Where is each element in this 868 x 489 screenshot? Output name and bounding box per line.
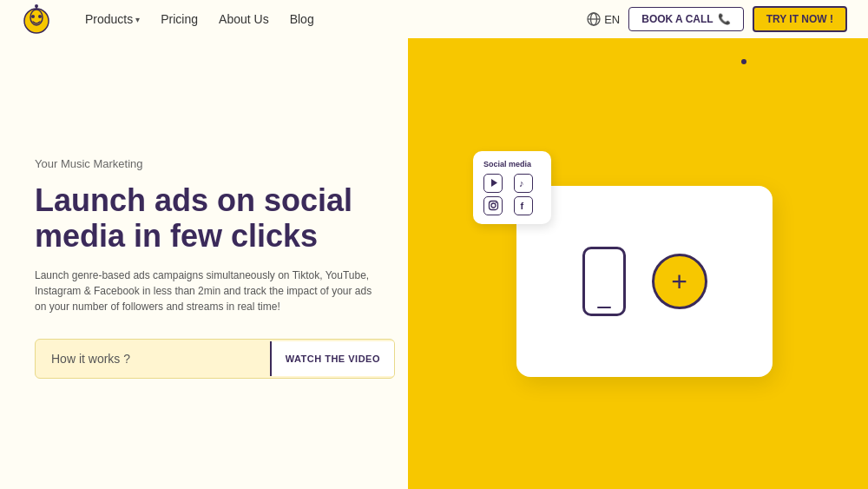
globe-icon — [587, 12, 601, 26]
navbar-left: Products ▾ Pricing About Us Blog — [21, 3, 323, 35]
how-it-works-label[interactable]: How it works ? — [36, 340, 270, 378]
social-icons-grid: ♪ f — [483, 174, 541, 215]
instagram-icon — [483, 196, 503, 215]
illustration-container: Social media ♪ — [499, 160, 777, 368]
main-layout: Your Music Marketing Launch ads on socia… — [0, 38, 868, 489]
svg-point-5 — [35, 4, 38, 8]
nav-pricing[interactable]: Pricing — [152, 9, 207, 30]
plus-circle-icon: + — [652, 254, 707, 309]
social-media-card: Social media ♪ — [473, 151, 551, 224]
social-card-title: Social media — [483, 160, 541, 169]
hero-tagline: Your Music Marketing — [35, 157, 373, 170]
language-selector[interactable]: EN — [587, 12, 620, 26]
hero-right-panel: Social media ♪ — [408, 38, 868, 489]
svg-point-2 — [31, 15, 35, 18]
decoration-dot-1 — [741, 59, 746, 64]
tiktok-icon: ♪ — [514, 174, 533, 193]
cta-row: How it works ? WATCH THE VIDEO — [35, 339, 395, 379]
navbar: Products ▾ Pricing About Us Blog EN BOOK — [0, 0, 868, 38]
nav-links: Products ▾ Pricing About Us Blog — [76, 9, 323, 30]
nav-about[interactable]: About Us — [210, 9, 278, 30]
facebook-icon: f — [514, 196, 533, 215]
logo-icon — [21, 3, 52, 35]
nav-products[interactable]: Products ▾ — [76, 9, 148, 30]
svg-text:♪: ♪ — [519, 178, 524, 188]
svg-point-3 — [38, 15, 42, 18]
navbar-right: EN BOOK A CALL 📞 TRY IT NOW ! — [587, 6, 847, 32]
logo[interactable] — [21, 3, 52, 35]
svg-point-13 — [495, 202, 496, 204]
try-now-button[interactable]: TRY IT NOW ! — [753, 6, 847, 32]
svg-marker-9 — [491, 179, 497, 187]
watch-video-button[interactable]: WATCH THE VIDEO — [270, 341, 394, 376]
hero-left-panel: Your Music Marketing Launch ads on socia… — [0, 38, 408, 489]
book-call-button[interactable]: BOOK A CALL 📞 — [628, 7, 743, 31]
phone-device-icon — [582, 247, 626, 316]
chevron-down-icon: ▾ — [135, 15, 140, 24]
youtube-icon — [483, 174, 503, 193]
hero-headline: Launch ads on social media in few clicks — [35, 182, 373, 254]
main-illustration-card: + — [516, 186, 773, 377]
hero-subtext: Launch genre-based ads campaigns simulta… — [35, 268, 373, 314]
plus-symbol: + — [671, 268, 687, 295]
svg-point-12 — [491, 203, 496, 208]
svg-text:f: f — [520, 201, 523, 211]
phone-icon: 📞 — [718, 13, 731, 25]
nav-blog[interactable]: Blog — [281, 9, 323, 30]
